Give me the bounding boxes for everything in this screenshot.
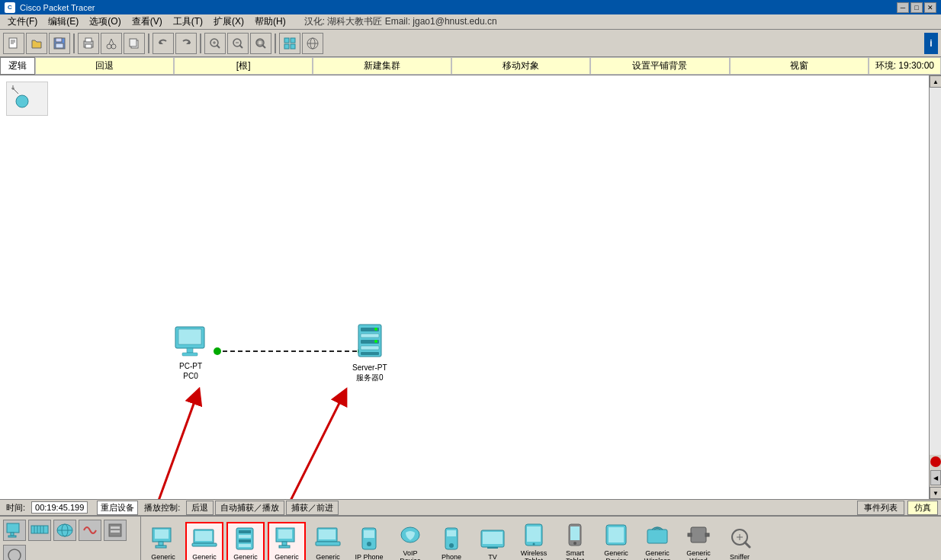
minimize-button[interactable]: ─	[897, 2, 909, 13]
palette-device-12[interactable]: GenericWireless	[638, 520, 676, 560]
right-scrollbar[interactable]: ▲ ◀ ▼	[929, 75, 941, 499]
pc-icon	[172, 325, 210, 360]
restart-device-button[interactable]: 重启设备	[97, 501, 138, 515]
nav-buttons: 回退 [根] 新建集群 移动对象 设置平铺背景 视窗 环境: 19:30:00	[35, 57, 941, 75]
save-button[interactable]	[49, 33, 70, 54]
dev-label-8: TV	[488, 553, 497, 560]
close-button[interactable]: ✕	[924, 2, 936, 13]
cat-storage[interactable]	[104, 520, 127, 541]
cut-button[interactable]	[101, 33, 122, 54]
sim-button[interactable]: 仿真	[907, 501, 938, 515]
menu-options[interactable]: 选项(O)	[85, 14, 125, 29]
palette-device-2[interactable]: Generic	[226, 522, 265, 560]
back-nav-button[interactable]: 回退	[35, 57, 174, 75]
svg-rect-112	[705, 533, 709, 536]
window-controls: ─ □ ✕	[897, 2, 936, 13]
network-canvas[interactable]: PC-PTPC0 Server-PT服务器0	[0, 75, 929, 499]
set-background-button[interactable]: 设置平铺背景	[590, 57, 729, 75]
scroll-track[interactable]	[930, 88, 941, 455]
time-value: 00:19:45.199	[31, 501, 88, 514]
root-nav-button[interactable]: [根]	[174, 57, 313, 75]
zoom-fit-button[interactable]	[250, 33, 271, 54]
scroll-handle[interactable]: ◀	[930, 470, 941, 485]
menu-edit[interactable]: 编辑(E)	[43, 14, 83, 29]
print-button[interactable]	[78, 33, 99, 54]
cat-wan[interactable]	[79, 520, 101, 541]
palette-device-3[interactable]: Generic	[268, 522, 306, 560]
dev-icon-1	[191, 525, 218, 552]
svg-line-23	[240, 45, 243, 48]
palette-device-11[interactable]: GenericDevice	[597, 520, 635, 560]
palette-device-13[interactable]: GenericWired	[679, 520, 718, 560]
menu-bar: 文件(F) 编辑(E) 选项(O) 查看(V) 工具(T) 扩展(X) 帮助(H…	[0, 14, 941, 30]
palette-device-9[interactable]: WirelessTablet	[515, 520, 553, 560]
palette-devices: Generic Generic Generic Generic	[141, 517, 941, 561]
svg-rect-80	[239, 530, 251, 533]
palette-device-0[interactable]: Generic	[144, 523, 182, 560]
palette-device-7[interactable]: Phone	[432, 523, 470, 560]
copy-button[interactable]	[124, 33, 145, 54]
main-area: PC-PTPC0 Server-PT服务器0	[0, 75, 941, 499]
pc-device[interactable]: PC-PTPC0	[172, 325, 210, 381]
nav-bar: 逻辑 回退 [根] 新建集群 移动对象 设置平铺背景 视窗 环境: 19:30:…	[0, 57, 941, 75]
palette-device-10[interactable]: SmartTablet	[556, 520, 594, 560]
cat-other[interactable]	[3, 545, 26, 560]
svg-rect-102	[527, 526, 541, 542]
palette-device-4[interactable]: Generic	[309, 523, 347, 560]
redo-button[interactable]	[175, 33, 197, 54]
app-icon: C	[5, 2, 15, 13]
server-device[interactable]: Server-PT服务器0	[352, 323, 387, 382]
palette-device-14[interactable]: Sniffer	[721, 523, 759, 560]
title-bar: C Cisco Packet Tracer ─ □ ✕	[0, 0, 941, 14]
event-list-button[interactable]: 事件列表	[857, 501, 904, 515]
maximize-button[interactable]: □	[910, 2, 923, 13]
viewport-button[interactable]: 视窗	[730, 57, 869, 75]
back-button[interactable]: 后退	[186, 501, 214, 515]
svg-rect-50	[361, 352, 379, 355]
palette-device-5[interactable]: IP Phone	[350, 523, 388, 560]
svg-rect-82	[239, 539, 251, 542]
server-label: Server-PT服务器0	[352, 363, 387, 382]
palette-device-1[interactable]: Generic	[185, 522, 223, 560]
info-button[interactable]: i	[924, 33, 938, 54]
move-object-button[interactable]: 移动对象	[451, 57, 590, 75]
zoom-in-button[interactable]	[204, 33, 226, 54]
separator-4	[275, 34, 276, 53]
logic-tab[interactable]: 逻辑	[0, 57, 35, 75]
svg-rect-31	[291, 44, 295, 49]
capture-button[interactable]: 捕获／前进	[286, 501, 339, 515]
svg-point-36	[214, 347, 221, 355]
cat-router[interactable]	[53, 520, 76, 541]
new-cluster-button[interactable]: 新建集群	[313, 57, 451, 75]
separator-1	[73, 34, 75, 53]
svg-line-13	[111, 39, 114, 44]
new-button[interactable]	[3, 33, 24, 54]
menu-view[interactable]: 查看(V)	[127, 14, 167, 29]
svg-rect-75	[156, 546, 166, 548]
custom-device-button[interactable]	[279, 33, 300, 54]
menu-help[interactable]: 帮助(H)	[250, 14, 291, 29]
dev-icon-2	[232, 525, 259, 552]
open-button[interactable]	[26, 33, 47, 54]
zoom-out-button[interactable]	[227, 33, 249, 54]
cat-pc[interactable]	[3, 520, 26, 541]
cat-switch[interactable]	[28, 520, 51, 541]
scroll-down-button[interactable]: ▼	[930, 487, 941, 499]
svg-rect-59	[8, 536, 16, 537]
undo-button[interactable]	[153, 33, 174, 54]
palette-device-6[interactable]: VoIPDevice	[391, 520, 429, 560]
network-button[interactable]	[302, 33, 323, 54]
svg-rect-44	[182, 353, 198, 356]
menu-file[interactable]: 文件(F)	[3, 14, 42, 29]
svg-rect-87	[279, 546, 290, 548]
menu-extend[interactable]: 扩展(X)	[209, 14, 249, 29]
menu-tools[interactable]: 工具(T)	[169, 14, 207, 29]
svg-point-97	[449, 543, 454, 548]
svg-rect-70	[111, 530, 120, 533]
scroll-indicator	[930, 456, 941, 467]
dev-label-9: WirelessTablet	[521, 549, 548, 560]
palette-device-8[interactable]: TV	[474, 523, 512, 560]
dev-label-11: GenericDevice	[604, 549, 628, 560]
scroll-up-button[interactable]: ▲	[930, 75, 941, 88]
auto-capture-button[interactable]: 自动捕获／播放	[215, 501, 284, 515]
